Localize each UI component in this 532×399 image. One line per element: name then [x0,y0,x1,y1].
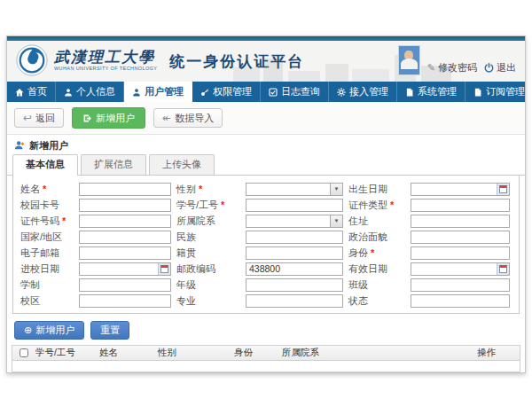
required-asterisk: * [43,184,46,194]
field-15-box [79,262,171,276]
field-20-box [411,278,510,292]
key-icon [200,88,209,97]
section-bar: 新增用户 [7,135,525,156]
field-11-input[interactable] [411,231,510,244]
field-10-box [246,231,343,244]
required-asterisk: * [199,184,202,194]
nav-item-label: 日志查询 [281,85,320,98]
calendar-icon[interactable] [497,184,509,195]
nav-item-3[interactable]: 权限管理 [192,82,261,102]
field-23-input[interactable] [411,294,510,308]
nav-item-2[interactable]: 用户管理 [124,82,192,102]
tab-1[interactable]: 扩展信息 [81,154,146,175]
field-22-input[interactable] [246,294,343,308]
check-square-icon [269,88,278,97]
calendar-icon[interactable] [158,263,170,275]
field-16-box [246,262,343,276]
field-12-input[interactable] [79,246,171,260]
field-7-box: ▼ [246,215,343,228]
nav-item-1[interactable]: 个人信息 [56,82,124,102]
user-avatar[interactable] [398,45,420,75]
table-header-3: 身份 [231,347,278,359]
field-18-label: 学制 [20,278,74,292]
field-7-label: 所属院系 [176,215,240,228]
field-20-input[interactable] [411,278,510,292]
field-2-input[interactable] [411,183,510,196]
field-0-box [79,183,171,196]
data-import-button[interactable]: ↞ 数据导入 [153,108,223,128]
dropdown-arrow-icon[interactable]: ▼ [331,183,343,196]
form-actions: ⊕ 新增用户 重置 [14,321,525,340]
select-all-cell [12,348,32,357]
nav-item-7[interactable]: 订阅管理 [466,82,532,102]
field-1-input[interactable] [246,183,331,196]
nav-item-label: 首页 [27,85,47,98]
field-3-label: 校园卡号 [20,199,74,212]
field-5-input[interactable] [411,199,510,212]
field-12-label: 电子邮箱 [20,246,74,260]
table-header-0: 学号/工号 [32,347,96,359]
field-19-input[interactable] [246,278,343,292]
select-all-checkbox[interactable] [20,348,28,357]
app-window: 武漢理工大學 WUHAN UNIVERSITY OF TECHNOLOGY 统一… [6,35,526,373]
field-8-input[interactable] [411,215,510,228]
back-button[interactable]: ↩ 返回 [14,108,64,128]
field-0-label: 姓名* [20,183,74,196]
field-6-input[interactable] [79,215,171,228]
university-logo-icon [16,44,48,76]
field-1-label: 性别* [176,183,240,196]
nav-item-4[interactable]: 日志查询 [261,82,329,102]
field-17-box [411,262,510,276]
file-icon [405,88,414,97]
reset-button[interactable]: 重置 [90,321,129,340]
section-title: 新增用户 [29,139,68,153]
nav-item-label: 权限管理 [213,85,252,98]
field-13-input[interactable] [246,246,343,260]
dropdown-arrow-icon[interactable]: ▼ [331,215,343,228]
back-button-label: 返回 [35,112,55,125]
change-password-link[interactable]: ✎ 修改密码 [427,61,477,74]
add-user-toolbar-label: 新增用户 [96,112,135,125]
pencil-icon: ✎ [427,62,435,74]
table-header-2: 性别 [154,347,231,359]
user-add-icon [14,140,25,151]
field-17-input[interactable] [411,262,510,276]
nav-item-5[interactable]: 接入管理 [329,82,397,102]
field-6-box [79,215,171,228]
field-9-input[interactable] [79,231,171,244]
nav-item-6[interactable]: 系统管理 [397,82,466,102]
basic-info-panel: 姓名*性别*▼出生日期校园卡号学号/工号*证件类型*证件号码*所属院系▼住址国家… [12,176,520,314]
field-0-input[interactable] [79,183,171,196]
logout-label: 退出 [497,61,516,74]
tab-0[interactable]: 基本信息 [12,154,78,176]
university-name-block: 武漢理工大學 WUHAN UNIVERSITY OF TECHNOLOGY [54,49,157,72]
calendar-icon[interactable] [497,263,509,275]
power-icon [484,63,494,73]
field-23-label: 状态 [348,294,405,308]
back-arrow-icon: ↩ [23,112,32,124]
field-16-label: 邮政编码 [176,262,240,276]
field-18-input[interactable] [79,278,171,292]
tab-2[interactable]: 上传头像 [149,154,215,175]
field-9-label: 国家/地区 [20,231,74,244]
table-header-5: 操作 [473,347,520,359]
plus-circle-icon: ⊕ [24,325,32,336]
field-14-input[interactable] [411,246,510,260]
field-10-input[interactable] [246,231,343,244]
add-user-toolbar-button[interactable]: 新增用户 [72,107,145,129]
field-13-label: 籍贯 [176,246,240,260]
field-16-input[interactable] [246,262,343,276]
file-icon [473,88,482,97]
field-4-input[interactable] [246,199,343,212]
submit-add-user-button[interactable]: ⊕ 新增用户 [14,321,84,340]
logout-link[interactable]: 退出 [484,61,516,74]
field-3-input[interactable] [79,199,171,212]
field-5-box [411,199,510,212]
field-7-input[interactable] [246,215,331,228]
field-13-box [246,246,343,260]
user-icon [64,88,73,97]
required-asterisk: * [221,200,224,210]
field-14-box [411,246,510,260]
field-21-input[interactable] [79,294,171,308]
nav-item-0[interactable]: 首页 [7,82,56,102]
